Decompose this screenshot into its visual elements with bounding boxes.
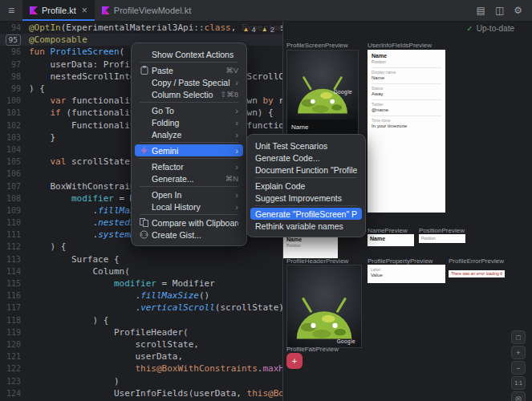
preview-card-profileerror[interactable]: There was an error loading the profile bbox=[449, 270, 505, 277]
error-text: There was an error loading the profile bbox=[451, 271, 502, 276]
split-editor-icon[interactable]: ◫ bbox=[495, 5, 504, 16]
code-line-121[interactable]: 121userData, bbox=[0, 350, 282, 363]
line-number: 109 bbox=[0, 206, 29, 215]
line-number: 104 bbox=[0, 145, 29, 154]
gemini-menu-item-suggest-improvements[interactable]: Suggest Improvements bbox=[250, 192, 362, 204]
preview-zoom-controls: □+−1:1◎ bbox=[511, 330, 526, 401]
toolbar-right-icons: ▤ ◫ ⚙ bbox=[477, 0, 532, 21]
submenu-arrow-icon: › bbox=[234, 162, 238, 172]
preview-card-profilefab[interactable]: + bbox=[286, 353, 303, 369]
main-menu-icon[interactable]: ≡ bbox=[0, 0, 22, 21]
menu-item-label: Copy / Paste Special bbox=[152, 78, 230, 87]
settings-gear-icon[interactable]: ⚙ bbox=[514, 5, 522, 16]
preview-card-userinfofields[interactable]: Name Position Display nameNameStatusAway… bbox=[368, 50, 445, 213]
context-menu-item-local-history[interactable]: Local History› bbox=[135, 200, 243, 213]
inspections-widget[interactable]: ▲ 4 ▲ 2 bbox=[240, 24, 281, 34]
preview-card-nameandposition[interactable]: Name Position bbox=[283, 234, 338, 258]
context-menu-item-copy-paste-special[interactable]: Copy / Paste Special› bbox=[135, 76, 243, 88]
line-number: 110 bbox=[0, 218, 29, 227]
menu-item-label: Create Gist... bbox=[152, 230, 238, 240]
profile-properties-list: Display nameNameStatusAwayTwitter@nameTi… bbox=[372, 67, 441, 128]
context-menu-item-open-in[interactable]: Open In› bbox=[135, 188, 243, 200]
menu-item-label: Show Context Actions bbox=[152, 50, 238, 59]
submenu-arrow-icon: › bbox=[234, 190, 238, 200]
context-menu-item-generate[interactable]: Generate...⌘N bbox=[135, 172, 243, 184]
code-text: userData, bbox=[29, 351, 183, 362]
code-line-122[interactable]: 122this@BoxWithConstraints.maxHeight bbox=[0, 363, 282, 375]
gemini-menu-item-generate-code[interactable]: Generate Code... bbox=[250, 152, 362, 164]
line-number: 103 bbox=[0, 133, 29, 142]
code-line-117[interactable]: 117.verticalScroll(scrollState), bbox=[0, 302, 282, 314]
line-number: 121 bbox=[0, 352, 29, 361]
gemini-menu-item-explain-code[interactable]: Explain Code bbox=[250, 180, 362, 192]
menu-item-label: Document Function "ProfileScreen" bbox=[255, 165, 357, 175]
code-line-113[interactable]: 113Surface { bbox=[0, 253, 282, 265]
tab-profile-kt[interactable]: Profile.kt × bbox=[22, 0, 95, 21]
property-label: Status bbox=[372, 86, 441, 91]
context-menu-item-analyze[interactable]: Analyze› bbox=[135, 128, 243, 140]
menu-item-icon bbox=[140, 90, 148, 99]
code-text: } bbox=[29, 132, 55, 143]
code-line-118[interactable]: 118) { bbox=[0, 314, 282, 326]
preview-card-name[interactable]: Name bbox=[368, 234, 414, 246]
menu-item-label: Gemini bbox=[152, 146, 230, 156]
menu-item-label: Go To bbox=[152, 106, 230, 115]
zoom-out-button[interactable]: − bbox=[511, 361, 526, 375]
menu-item-shortcut: ⌘N bbox=[225, 174, 238, 183]
zoom-in-button[interactable]: + bbox=[511, 346, 526, 359]
context-menu-item-create-gist[interactable]: Create Gist... bbox=[135, 229, 243, 241]
context-menu-item-compare-with-clipboard[interactable]: Compare with Clipboard bbox=[135, 217, 243, 229]
actual-size-button[interactable]: 1:1 bbox=[511, 376, 526, 390]
fit-to-screen-button[interactable]: □ bbox=[511, 330, 526, 344]
gemini-icon bbox=[140, 146, 148, 155]
gemini-menu-item-rethink-variable-names[interactable]: Rethink variable names bbox=[250, 220, 362, 232]
main-toolbar: ≡ Profile.kt × ProfileViewModel.kt ▤ ◫ ⚙ bbox=[0, 0, 532, 22]
close-tab-icon[interactable]: × bbox=[82, 5, 87, 16]
code-text: modifier = Modifier bbox=[29, 278, 215, 289]
context-menu-item-show-context-actions[interactable]: Show Context Actions bbox=[135, 48, 243, 60]
gemini-menu-item-unit-test-scenarios[interactable]: Unit Test Scenarios bbox=[250, 140, 362, 152]
preview-card-position[interactable]: Position bbox=[419, 234, 465, 243]
code-line-119[interactable]: 119ProfileHeader( bbox=[0, 326, 282, 338]
pan-preview-button[interactable]: ◎ bbox=[511, 391, 526, 401]
code-line-124[interactable]: 124UserInfoFields(userData, this@BoxWith… bbox=[0, 387, 282, 399]
context-menu-item-paste[interactable]: Paste⌘V bbox=[135, 64, 243, 76]
line-number: 116 bbox=[0, 291, 29, 300]
menu-item-icon bbox=[140, 106, 148, 115]
profile-property-row: Display nameName bbox=[372, 67, 441, 80]
profile-property-row: Time zoneIn your timezone bbox=[372, 115, 441, 128]
menu-item-label: Suggest Improvements bbox=[255, 193, 357, 203]
structure-icon[interactable]: ▤ bbox=[477, 5, 485, 16]
code-line-116[interactable]: 116.fillMaxSize() bbox=[0, 290, 282, 302]
code-text: UserInfoFields(userData, this@BoxWithCon… bbox=[29, 388, 282, 399]
gemini-menu-item-generate-profilescreen-preview[interactable]: Generate "ProfileScreen" Preview bbox=[250, 208, 362, 220]
preview-card-profileheader[interactable]: Google bbox=[286, 265, 362, 348]
code-text: ) { bbox=[29, 315, 108, 326]
code-line-120[interactable]: 120scrollState, bbox=[0, 338, 282, 350]
preview-card-profileproperty[interactable]: Label Value bbox=[368, 265, 445, 283]
property-label: Twitter bbox=[372, 102, 441, 107]
gemini-menu-item-document-function-profilescreen[interactable]: Document Function "ProfileScreen" bbox=[250, 164, 362, 176]
code-line-123[interactable]: 123) bbox=[0, 375, 282, 387]
kotlin-file-icon bbox=[102, 6, 110, 14]
menu-separator bbox=[140, 102, 238, 103]
context-menu-item-refactor[interactable]: Refactor› bbox=[135, 160, 243, 172]
submenu-arrow-icon: › bbox=[234, 146, 238, 156]
line-number: 119 bbox=[0, 328, 29, 337]
context-menu-item-gemini[interactable]: Gemini› bbox=[135, 144, 243, 156]
line-number: 97 bbox=[0, 60, 29, 69]
line-number: 122 bbox=[0, 364, 29, 373]
code-line-114[interactable]: 114Column( bbox=[0, 265, 282, 277]
name-text: Name bbox=[286, 237, 335, 242]
google-watermark: Google bbox=[334, 89, 352, 95]
line-number: 95 bbox=[0, 34, 29, 46]
preview-card-profilescreen[interactable]: Google Name bbox=[286, 50, 359, 148]
context-menu-item-go-to[interactable]: Go To› bbox=[135, 104, 243, 116]
code-text: ) bbox=[29, 376, 120, 387]
menu-item-icon bbox=[140, 190, 148, 199]
context-menu-item-folding[interactable]: Folding› bbox=[135, 116, 243, 128]
context-menu-item-column-selection-mode[interactable]: Column Selection Mode⇧⌘8 bbox=[135, 88, 243, 100]
code-line-115[interactable]: 115modifier = Modifier bbox=[0, 277, 282, 290]
tab-profileviewmodel-kt[interactable]: ProfileViewModel.kt bbox=[95, 0, 198, 21]
submenu-arrow-icon: › bbox=[234, 202, 238, 212]
